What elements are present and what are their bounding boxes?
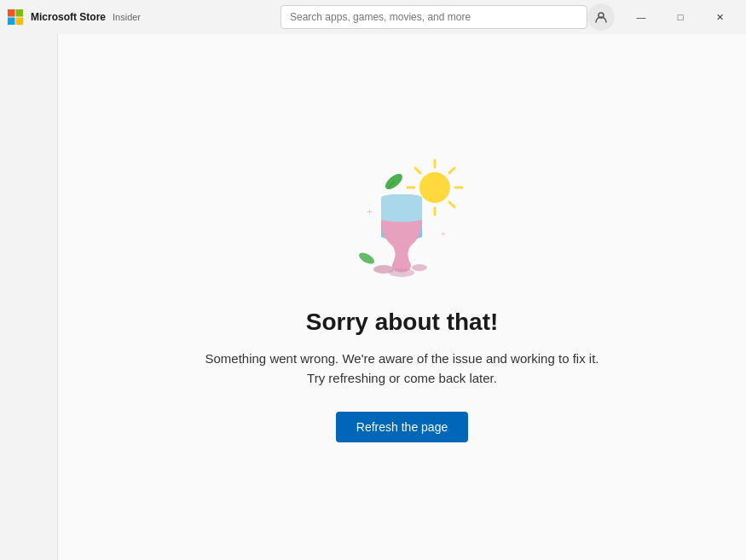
error-title: Sorry about that! xyxy=(306,309,499,336)
refresh-button[interactable]: Refresh the page xyxy=(336,412,468,442)
svg-point-19 xyxy=(412,264,427,271)
svg-rect-2 xyxy=(8,18,15,26)
svg-line-10 xyxy=(415,168,420,173)
title-bar: Microsoft Store Insider — □ ✕ xyxy=(0,0,746,34)
svg-point-20 xyxy=(389,268,414,277)
svg-text:+: + xyxy=(441,229,446,239)
svg-text:+: + xyxy=(367,206,373,218)
title-bar-left: Microsoft Store Insider xyxy=(7,9,280,26)
title-bar-right xyxy=(587,3,615,31)
svg-line-12 xyxy=(449,168,454,173)
window-controls: — □ ✕ xyxy=(622,3,739,31)
app-title: Microsoft Store xyxy=(31,11,106,23)
svg-rect-1 xyxy=(16,9,24,17)
search-bar[interactable] xyxy=(280,5,587,29)
search-input[interactable] xyxy=(290,11,578,23)
svg-rect-0 xyxy=(8,9,15,17)
svg-point-16 xyxy=(356,251,375,267)
account-icon xyxy=(594,10,608,24)
minimize-button[interactable]: — xyxy=(622,3,661,31)
error-description: Something went wrong. We're aware of the… xyxy=(198,349,607,388)
account-button[interactable] xyxy=(587,3,615,31)
app-logo-icon xyxy=(7,9,24,26)
error-illustration: + + xyxy=(334,152,471,288)
main-area: + + Sorry about that! Something went wro… xyxy=(0,34,746,560)
svg-point-5 xyxy=(419,172,450,203)
error-container: + + Sorry about that! Something went wro… xyxy=(181,135,624,459)
svg-line-11 xyxy=(449,202,454,207)
maximize-button[interactable]: □ xyxy=(661,3,700,31)
svg-rect-3 xyxy=(16,18,24,26)
sidebar xyxy=(0,34,58,560)
insider-badge: Insider xyxy=(113,12,141,22)
close-button[interactable]: ✕ xyxy=(700,3,739,31)
content-area: + + Sorry about that! Something went wro… xyxy=(58,34,746,560)
